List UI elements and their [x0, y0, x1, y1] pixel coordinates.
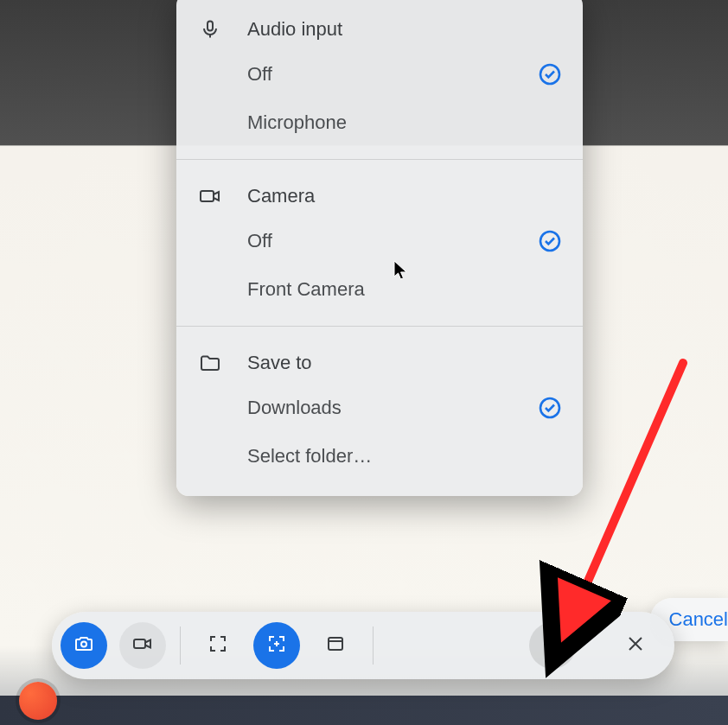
camera-icon [197, 186, 223, 207]
svg-rect-2 [201, 191, 214, 201]
checkmark-icon [538, 396, 562, 420]
section-title: Save to [247, 352, 312, 374]
option-label: Off [247, 230, 538, 252]
option-label: Microphone [247, 111, 538, 134]
shelf [0, 696, 728, 725]
folder-icon [197, 353, 223, 373]
settings-section-header: Camera [197, 175, 562, 217]
record-mode-button[interactable] [119, 622, 166, 669]
camera-photo-icon [73, 633, 95, 658]
camera-option-front[interactable]: Front Camera [197, 265, 562, 314]
option-label: Select folder… [247, 445, 538, 467]
toolbar-actions-group [529, 622, 659, 669]
svg-rect-7 [329, 638, 342, 650]
section-title: Camera [247, 185, 315, 207]
option-label: Off [247, 63, 538, 86]
audio-option-off[interactable]: Off [197, 50, 562, 99]
toolbar-separator [180, 626, 181, 665]
window-icon [325, 633, 346, 658]
section-title: Audio input [247, 18, 342, 41]
partial-region-icon [265, 633, 288, 658]
checkmark-icon [538, 62, 562, 86]
saveto-option-downloads[interactable]: Downloads [197, 384, 562, 432]
cancel-label: Cancel [669, 608, 728, 630]
audio-option-microphone[interactable]: Microphone [197, 99, 562, 147]
capture-settings-popup: Audio input Off Microphone [176, 0, 583, 496]
settings-section-saveto: Save to Downloads Select folder… [176, 326, 583, 487]
toolbar-mode-group [61, 622, 166, 669]
svg-rect-6 [134, 639, 145, 648]
video-camera-icon [131, 633, 154, 658]
settings-button[interactable] [529, 622, 576, 669]
microphone-icon [197, 19, 223, 40]
svg-point-8 [550, 641, 555, 646]
saveto-option-select-folder[interactable]: Select folder… [197, 432, 562, 480]
close-icon [626, 634, 645, 657]
gear-icon [541, 633, 564, 658]
capture-toolbar [52, 612, 674, 679]
settings-section-header: Audio input [197, 9, 562, 50]
toolbar-separator [373, 626, 374, 665]
checkmark-icon [538, 229, 562, 253]
settings-section-header: Save to [197, 342, 562, 384]
svg-point-5 [81, 642, 86, 647]
partial-region-button[interactable] [253, 622, 300, 669]
screenshot-mode-button[interactable] [61, 622, 107, 669]
option-label: Front Camera [247, 278, 538, 301]
window-region-button[interactable] [312, 622, 359, 669]
toolbar-region-group [195, 622, 359, 669]
option-label: Downloads [247, 397, 538, 419]
camera-option-off[interactable]: Off [197, 217, 562, 265]
close-button[interactable] [612, 622, 659, 669]
settings-section-camera: Camera Off Front Camera [176, 159, 583, 321]
fullscreen-icon [208, 633, 228, 658]
fullscreen-region-button[interactable] [195, 622, 241, 669]
settings-section-audio: Audio input Off Microphone [176, 5, 583, 154]
svg-rect-0 [208, 22, 213, 31]
